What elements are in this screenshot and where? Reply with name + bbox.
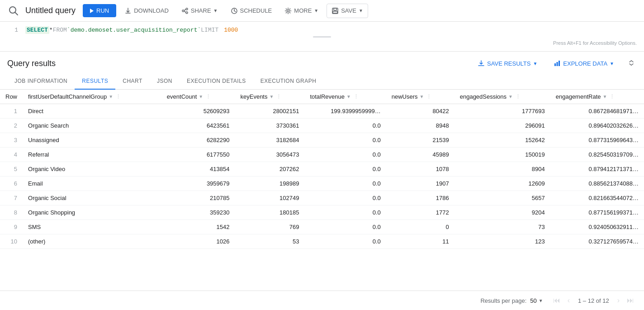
cell-keyevents: 3056473 bbox=[235, 148, 305, 162]
svg-point-3 bbox=[182, 10, 184, 12]
explore-data-button[interactable]: EXPLORE DATA ▼ bbox=[549, 57, 619, 70]
cell-row: 6 bbox=[0, 176, 23, 191]
cell-engaged: 1777693 bbox=[455, 104, 550, 119]
cell-engaged: 12609 bbox=[455, 176, 550, 191]
resize-col-events[interactable]: ⋮ bbox=[206, 94, 211, 100]
cell-newusers: 21539 bbox=[386, 133, 455, 148]
col-engagedSessions[interactable]: engagedSessions ▼ ⋮ bbox=[455, 90, 550, 104]
share-icon bbox=[181, 7, 189, 14]
cell-rate: 0.877156199371… bbox=[550, 205, 644, 220]
sort-icon-rate: ▼ bbox=[602, 94, 607, 99]
col-engagementRate[interactable]: engagementRate ▼ ⋮ bbox=[550, 90, 644, 104]
cell-engaged: 5657 bbox=[455, 191, 550, 205]
run-button[interactable]: RUN bbox=[83, 4, 116, 17]
resize-col-newusers[interactable]: ⋮ bbox=[426, 94, 431, 100]
cell-rate: 0.327127659574… bbox=[550, 234, 644, 249]
svg-point-4 bbox=[186, 12, 188, 14]
resize-col-engaged[interactable]: ⋮ bbox=[516, 94, 521, 100]
sql-limit-number: 1000 bbox=[224, 27, 238, 33]
cell-keyevents: 53 bbox=[235, 234, 305, 249]
download-button[interactable]: DOWNLOAD bbox=[120, 4, 173, 18]
cell-keyevents: 198989 bbox=[235, 176, 305, 191]
col-keyEvents[interactable]: keyEvents ▼ ⋮ bbox=[235, 90, 305, 104]
result-tabs: JOB INFORMATION RESULTS CHART JSON EXECU… bbox=[0, 73, 644, 90]
tab-chart[interactable]: CHART bbox=[115, 73, 150, 90]
cell-engaged: 296091 bbox=[455, 119, 550, 133]
share-button[interactable]: SHARE ▼ bbox=[177, 4, 223, 18]
tab-execution-details[interactable]: EXECUTION DETAILS bbox=[180, 73, 253, 90]
sort-icon-newusers: ▼ bbox=[420, 94, 424, 99]
results-table-container[interactable]: Row firstUserDefaultChannelGroup ▼ ⋮ ev bbox=[0, 90, 644, 291]
cell-keyevents: 3730361 bbox=[235, 119, 305, 133]
explore-data-icon bbox=[554, 60, 561, 67]
table-row: 3Unassigned628229031826840.0215391526420… bbox=[0, 133, 644, 148]
cell-engaged: 73 bbox=[455, 220, 550, 234]
prev-page-button[interactable]: ‹ bbox=[565, 295, 573, 306]
table-row: 4Referral617755030564730.0459891500190.8… bbox=[0, 148, 644, 162]
table-row: 5Organic Video4138542072620.0107889040.8… bbox=[0, 162, 644, 176]
resize-col-revenue[interactable]: ⋮ bbox=[354, 94, 359, 100]
col-eventCount[interactable]: eventCount ▼ ⋮ bbox=[161, 90, 235, 104]
cell-keyevents: 207262 bbox=[235, 162, 305, 176]
resize-col-keyevents[interactable]: ⋮ bbox=[276, 94, 281, 100]
col-row: Row bbox=[0, 90, 23, 104]
play-icon bbox=[90, 9, 94, 13]
tab-json[interactable]: JSON bbox=[150, 73, 180, 90]
table-row: 6Email39596791989890.01907126090.8856213… bbox=[0, 176, 644, 191]
editor-resize-handle[interactable] bbox=[0, 35, 644, 38]
save-results-button[interactable]: SAVE RESULTS ▼ bbox=[473, 57, 542, 70]
col-newUsers[interactable]: newUsers ▼ ⋮ bbox=[386, 90, 455, 104]
table-row: 7Organic Social2107851027490.0178656570.… bbox=[0, 191, 644, 205]
cell-channel: Organic Search bbox=[23, 119, 161, 133]
cell-engaged: 152642 bbox=[455, 133, 550, 148]
resize-col-channel[interactable]: ⋮ bbox=[116, 94, 121, 100]
sql-keyword-limit: LIMIT bbox=[201, 27, 218, 33]
sort-icon-revenue: ▼ bbox=[346, 94, 351, 99]
svg-rect-14 bbox=[554, 63, 556, 66]
col-firstUserDefaultChannelGroup[interactable]: firstUserDefaultChannelGroup ▼ ⋮ bbox=[23, 90, 161, 104]
table-row: 8Organic Shopping3592301801850.017729204… bbox=[0, 205, 644, 220]
sql-editor[interactable]: 1 SELECT * FROM `demo.demoset.user_acqui… bbox=[0, 22, 644, 52]
tab-execution-graph[interactable]: EXECUTION GRAPH bbox=[253, 73, 324, 90]
last-page-button[interactable]: ⏭ bbox=[624, 295, 637, 306]
page-info: 1 – 12 of 12 bbox=[578, 297, 609, 304]
next-page-button[interactable]: › bbox=[615, 295, 622, 306]
cell-eventcount: 6423561 bbox=[161, 119, 235, 133]
cell-eventcount: 413854 bbox=[161, 162, 235, 176]
save-results-chevron-icon: ▼ bbox=[533, 61, 537, 66]
cell-rate: 0.867284681971… bbox=[550, 104, 644, 119]
tab-results[interactable]: RESULTS bbox=[75, 73, 115, 90]
sort-icon-engaged: ▼ bbox=[508, 94, 513, 99]
save-button[interactable]: SAVE ▼ bbox=[327, 4, 368, 18]
query-title: Untitled query bbox=[25, 6, 76, 15]
per-page-select: Results per page: 50 ▼ bbox=[480, 297, 543, 304]
col-totalRevenue[interactable]: totalRevenue ▼ ⋮ bbox=[304, 90, 386, 104]
cell-newusers: 11 bbox=[386, 234, 455, 249]
svg-line-9 bbox=[234, 11, 236, 12]
cell-row: 5 bbox=[0, 162, 23, 176]
cell-engaged: 9204 bbox=[455, 205, 550, 220]
per-page-chevron-icon[interactable]: ▼ bbox=[539, 298, 543, 303]
tab-job-information[interactable]: JOB INFORMATION bbox=[7, 73, 75, 90]
resize-col-rate[interactable]: ⋮ bbox=[610, 94, 615, 100]
svg-rect-12 bbox=[334, 8, 336, 10]
first-page-button[interactable]: ⏮ bbox=[550, 295, 563, 306]
gear-icon bbox=[284, 7, 292, 14]
table-header: Row firstUserDefaultChannelGroup ▼ ⋮ ev bbox=[0, 90, 644, 104]
pagination-nav: ⏮ ‹ 1 – 12 of 12 › ⏭ bbox=[550, 295, 637, 306]
cell-channel: Organic Shopping bbox=[23, 205, 161, 220]
svg-line-5 bbox=[184, 10, 186, 10]
page: Untitled query RUN DOWNLOAD SHARE ▼ bbox=[0, 0, 644, 310]
save-icon bbox=[331, 7, 339, 14]
cell-rate: 0.821663544072… bbox=[550, 191, 644, 205]
expand-collapse-icon bbox=[628, 59, 635, 67]
svg-line-1 bbox=[15, 12, 18, 15]
cell-rate: 0.885621374088… bbox=[550, 176, 644, 191]
table-row: 1Direct5260929328002151199.9399959999…80… bbox=[0, 104, 644, 119]
more-button[interactable]: MORE ▼ bbox=[280, 4, 323, 18]
resize-bar bbox=[313, 36, 331, 38]
cell-channel: Referral bbox=[23, 148, 161, 162]
schedule-button[interactable]: SCHEDULE bbox=[226, 4, 277, 18]
cell-eventcount: 3959679 bbox=[161, 176, 235, 191]
collapse-button[interactable] bbox=[626, 57, 637, 70]
